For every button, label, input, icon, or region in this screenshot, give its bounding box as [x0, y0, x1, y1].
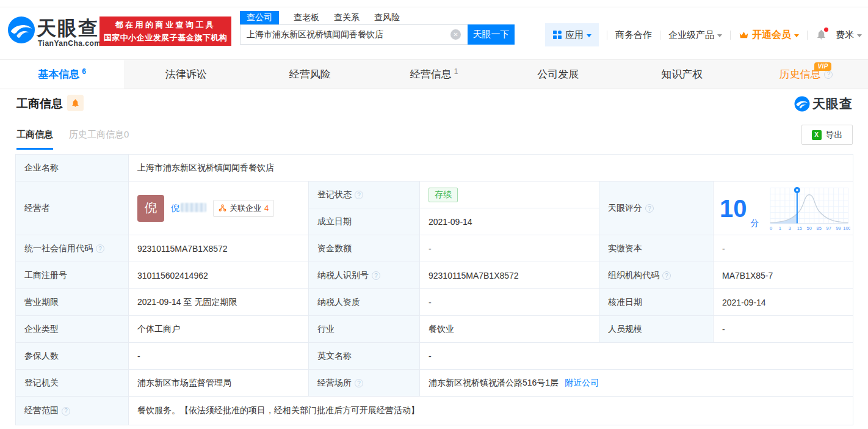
section-title: 工商信息: [16, 96, 63, 112]
help-icon[interactable]: ?: [372, 271, 380, 280]
field-label: 实缴资本: [599, 235, 714, 262]
business-cooperation-link[interactable]: 商务合作: [615, 29, 652, 41]
tab-company-development[interactable]: 公司发展: [496, 60, 620, 89]
help-icon[interactable]: ?: [824, 70, 833, 79]
search-input[interactable]: [240, 24, 468, 45]
field-label-text: 组织机构代码: [608, 270, 659, 280]
search-button[interactable]: 天眼一下: [468, 24, 515, 45]
staff-size-value: -: [714, 316, 853, 343]
tab-operation-info[interactable]: 经营信息 1: [372, 60, 496, 89]
related-companies-label: 关联企业: [230, 203, 261, 214]
credit-code-value: 92310115MA7B1X8572: [129, 235, 309, 262]
svg-text:85: 85: [816, 226, 821, 231]
reg-status-value: 存续: [420, 182, 599, 208]
apps-menu[interactable]: 应用: [545, 23, 599, 46]
field-label-text: 统一社会信用代码: [24, 243, 93, 253]
tianyancha-logo-icon: [794, 96, 810, 112]
score-distribution-chart: 0 1 3 15 50 85 97 99 100: [768, 184, 851, 233]
tab-history-info[interactable]: 历史信息 VIP ?: [744, 60, 868, 89]
notification-dot: [824, 28, 828, 32]
table-row: 参保人数 - 英文名称 -: [16, 343, 853, 370]
tab-operation-risk[interactable]: 经营风险: [248, 60, 372, 89]
field-label: 工商注册号: [16, 262, 129, 289]
field-label: 统一社会信用代码?: [16, 235, 129, 262]
field-label: 英文名称: [309, 343, 420, 370]
field-label: 人员规模: [599, 316, 714, 343]
english-name-value: -: [420, 343, 853, 370]
operator-name-link[interactable]: 倪: [171, 203, 206, 214]
divider: [660, 31, 660, 40]
score-unit: 分: [751, 218, 759, 229]
business-info-table: 企业名称 上海市浦东新区祝桥镇闻闻香餐饮店 经营者 倪 倪 关联企: [15, 154, 853, 425]
divider: [730, 31, 731, 40]
field-label: 企业类型: [16, 316, 129, 343]
company-type-value: 个体工商户: [129, 316, 309, 343]
field-label: 核准日期: [599, 289, 714, 316]
help-icon[interactable]: ?: [355, 379, 363, 387]
clear-icon[interactable]: ✕: [450, 29, 461, 40]
svg-text:3: 3: [788, 226, 790, 231]
svg-text:0: 0: [769, 226, 772, 231]
help-icon[interactable]: ?: [662, 271, 671, 280]
divider: [807, 31, 808, 40]
tab-label: 知识产权: [661, 67, 703, 81]
help-icon[interactable]: ?: [96, 244, 104, 253]
svg-text:1: 1: [778, 226, 781, 231]
field-label-text: 经营场所: [317, 378, 352, 387]
help-icon[interactable]: ?: [355, 191, 363, 199]
subscribe-bell-button[interactable]: [67, 95, 84, 111]
brand-title[interactable]: 天眼查: [37, 15, 99, 42]
apps-label: 应用: [565, 29, 584, 41]
help-icon[interactable]: ?: [62, 407, 70, 416]
field-label: 企业名称: [16, 155, 129, 182]
tab-legal-proceedings[interactable]: 法律诉讼: [124, 60, 248, 89]
vip-badge: VIP: [814, 62, 831, 71]
subtab-history-business-info[interactable]: 历史工商信息0: [69, 129, 129, 150]
notifications-button[interactable]: [816, 29, 828, 41]
operator-cell: 倪 倪 关联企业 4: [129, 182, 309, 235]
search-tab-relation[interactable]: 查关系: [334, 12, 360, 23]
search-tab-boss[interactable]: 查老板: [294, 12, 319, 23]
search-tab-company[interactable]: 查公司: [240, 11, 279, 24]
export-button[interactable]: X 导出: [801, 125, 853, 145]
field-label-text: 纳税人识别号: [317, 270, 369, 280]
avatar[interactable]: 倪: [137, 195, 164, 222]
promo-banner: 都在用的商业查询工具 国家中小企业发展子基金旗下机构: [99, 16, 231, 46]
business-scope-value: 餐饮服务。【依法须经批准的项目，经相关部门批准后方可开展经营活动】: [129, 397, 853, 425]
business-info-subtabs: 工商信息 历史工商信息0: [16, 129, 129, 150]
tab-intellectual-property[interactable]: 知识产权: [620, 60, 744, 89]
nearby-companies-link[interactable]: 附近公司: [565, 378, 599, 387]
company-name-value: 上海市浦东新区祝桥镇闻闻香餐饮店: [129, 155, 853, 182]
tab-count: 6: [82, 67, 86, 76]
enterprise-products-menu[interactable]: 企业级产品: [668, 29, 722, 41]
export-label: 导出: [826, 130, 843, 141]
chevron-down-icon: [794, 34, 799, 37]
search-tab-risk[interactable]: 查风险: [374, 12, 400, 23]
field-label: 经营者: [16, 182, 129, 235]
capital-amount-value: -: [420, 235, 599, 262]
field-label: 行业: [309, 316, 420, 343]
operator-name: 倪: [171, 203, 179, 213]
status-badge: 存续: [429, 188, 458, 202]
establish-date-value: 2021-09-14: [420, 208, 599, 235]
membership-menu[interactable]: 开通会员: [739, 29, 799, 42]
subtab-business-info[interactable]: 工商信息: [16, 129, 53, 150]
field-label: 资金数额: [309, 235, 420, 262]
tianyancha-logo-icon[interactable]: [7, 16, 35, 44]
tab-basic-info[interactable]: 基本信息 6: [0, 60, 124, 89]
help-icon[interactable]: ?: [645, 204, 654, 213]
search-tabs: 查公司 查老板 查关系 查风险: [240, 11, 400, 24]
field-label-text: 天眼评分: [608, 203, 642, 213]
tab-label: 公司发展: [537, 67, 579, 81]
watermark-logo: 天眼查: [794, 95, 853, 112]
related-companies-badge[interactable]: 关联企业 4: [213, 200, 274, 217]
header-right-nav: 应用 商务合作 企业级产品 开通会员 费米: [545, 23, 862, 46]
enterprise-products-label: 企业级产品: [668, 29, 714, 41]
score-axis-labels: 0 1 3 15 50 85 97 99 100: [769, 226, 850, 231]
field-label: 经营范围?: [16, 397, 129, 425]
user-menu[interactable]: 费米: [836, 29, 862, 41]
score-cell: 10 分 0: [714, 182, 853, 235]
reg-authority-value: 浦东新区市场监督管理局: [129, 370, 309, 397]
tab-label: 经营风险: [289, 67, 331, 81]
svg-text:100: 100: [843, 226, 850, 231]
